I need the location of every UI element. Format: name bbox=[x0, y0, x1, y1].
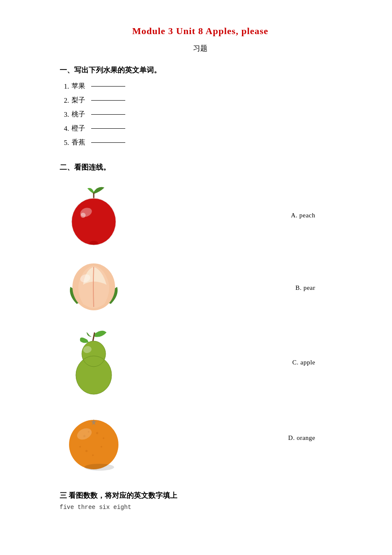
item-num: 4. bbox=[64, 125, 69, 133]
item-label: 梨子 bbox=[72, 96, 85, 105]
item-num: 2. bbox=[64, 97, 69, 104]
vocab-list: 1. 苹果 2. 梨子 3. 桃子 4. 橙子 5. 香蕉 bbox=[60, 82, 341, 147]
item-label: 桃子 bbox=[72, 110, 85, 119]
svg-point-14 bbox=[69, 420, 118, 469]
matching-area: A. peach bbox=[60, 179, 341, 475]
list-item: 5. 香蕉 bbox=[64, 138, 341, 147]
svg-line-8 bbox=[93, 332, 95, 341]
fruit-row-apple: A. peach bbox=[60, 179, 341, 251]
subtitle: 习题 bbox=[60, 43, 341, 53]
item-num: 5. bbox=[64, 139, 69, 147]
section-1: 一、写出下列水果的英文单词。 1. 苹果 2. 梨子 3. 桃子 4. 橙子 5… bbox=[60, 65, 341, 147]
section1-header: 一、写出下列水果的英文单词。 bbox=[60, 65, 341, 75]
list-item: 4. 橙子 bbox=[64, 124, 341, 133]
blank-1 bbox=[91, 86, 125, 87]
svg-point-20 bbox=[85, 450, 87, 452]
blank-4 bbox=[91, 128, 125, 129]
item-label: 香蕉 bbox=[72, 138, 85, 147]
label-a: A. peach bbox=[291, 212, 315, 219]
blank-5 bbox=[91, 142, 125, 143]
blank-2 bbox=[91, 100, 125, 101]
pear-image bbox=[60, 328, 128, 396]
svg-point-3 bbox=[81, 213, 86, 218]
page-title: Module 3 Unit 8 Apples, please bbox=[60, 26, 341, 37]
svg-point-19 bbox=[101, 446, 102, 448]
section-3: 三 看图数数，将对应的英文数字填上 five three six eight bbox=[60, 491, 341, 511]
svg-point-4 bbox=[89, 241, 98, 245]
list-item: 2. 梨子 bbox=[64, 96, 341, 105]
fruit-row-peach: B. pear bbox=[60, 251, 341, 324]
svg-point-24 bbox=[84, 464, 114, 471]
section3-header: 三 看图数数，将对应的英文数字填上 bbox=[60, 491, 341, 500]
svg-point-1 bbox=[72, 198, 116, 245]
item-label: 橙子 bbox=[72, 124, 85, 133]
number-words: five three six eight bbox=[60, 504, 341, 511]
orange-image bbox=[60, 404, 128, 472]
item-num: 1. bbox=[64, 83, 69, 90]
svg-point-18 bbox=[103, 437, 104, 439]
svg-point-21 bbox=[92, 454, 94, 456]
item-label: 苹果 bbox=[72, 82, 85, 91]
label-d: D. orange bbox=[288, 434, 315, 442]
blank-3 bbox=[91, 114, 125, 115]
list-item: 1. 苹果 bbox=[64, 82, 341, 91]
section2-header: 二、看图连线。 bbox=[60, 162, 341, 172]
list-item: 3. 桃子 bbox=[64, 110, 341, 119]
peach-image bbox=[60, 254, 128, 322]
section-2: 二、看图连线。 bbox=[60, 162, 341, 475]
label-b: B. pear bbox=[295, 284, 315, 292]
apple-image bbox=[60, 181, 128, 249]
svg-point-22 bbox=[79, 446, 81, 448]
item-num: 3. bbox=[64, 111, 69, 119]
label-c: C. apple bbox=[292, 359, 315, 366]
fruit-row-pear: C. apple bbox=[60, 324, 341, 401]
fruit-row-orange: D. orange bbox=[60, 401, 341, 475]
svg-point-17 bbox=[96, 432, 98, 434]
